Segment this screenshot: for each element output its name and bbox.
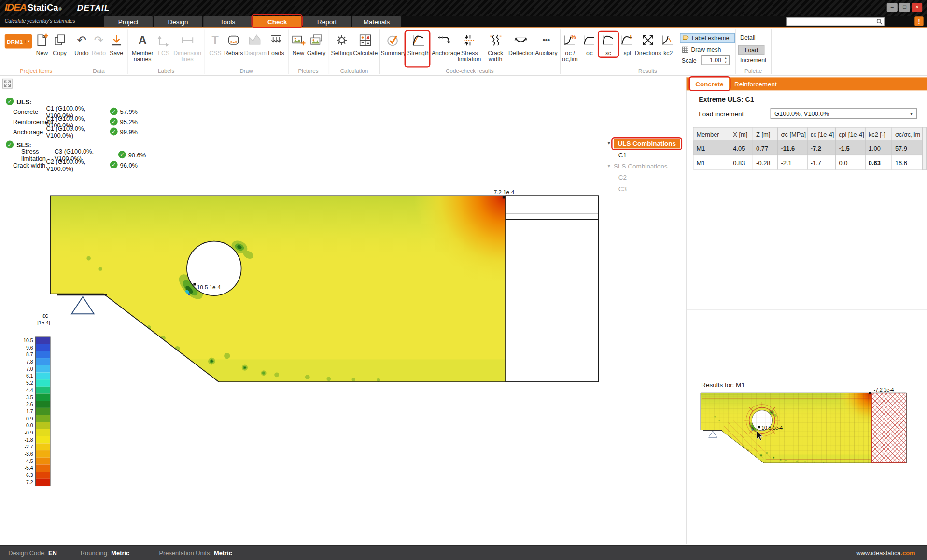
rebars-icon bbox=[223, 31, 244, 50]
svg-text:0.0: 0.0 bbox=[26, 423, 33, 428]
check-ok-icon: ✓ bbox=[110, 127, 118, 135]
ribbon-auxiliary-button[interactable]: ••• Auxiliary bbox=[534, 31, 559, 56]
window-controls: – □ × bbox=[887, 3, 922, 12]
minimize-button[interactable]: – bbox=[887, 3, 898, 12]
search-input[interactable] bbox=[787, 18, 876, 25]
tree-item-c1[interactable]: C1 bbox=[608, 149, 685, 160]
palette-increment-option[interactable]: Increment bbox=[740, 57, 766, 63]
tab-reinforcement[interactable]: Reinforcement bbox=[729, 81, 782, 88]
ribbon-strength-button[interactable]: Strength bbox=[406, 31, 431, 56]
group-label-pictures: Pictures bbox=[288, 68, 328, 75]
design-code-value: EN bbox=[48, 549, 57, 557]
stepper-up-icon[interactable]: ▲ bbox=[724, 56, 727, 60]
ribbon-calculate-button[interactable]: Calculate bbox=[353, 31, 378, 56]
check-ok-icon: ✓ bbox=[118, 151, 126, 158]
group-label-palette: Palette bbox=[735, 68, 771, 75]
app-logo: IDEA StatiCa ® DETAIL bbox=[5, 2, 110, 14]
titlebar: IDEA StatiCa ® DETAIL – □ × bbox=[0, 0, 927, 16]
website-link[interactable]: www.ideastatica.com bbox=[856, 549, 915, 557]
ribbon-deflection-button[interactable]: Deflection bbox=[508, 31, 533, 56]
stepper-down-icon[interactable]: ▼ bbox=[724, 60, 727, 64]
summary-row-crack-width: Crack widthC2 (G100.0%, V100.0%) ✓96.0% bbox=[5, 160, 150, 170]
scale-stepper[interactable]: ▲ ▼ bbox=[722, 56, 729, 64]
search-box[interactable] bbox=[787, 17, 885, 26]
table-header-row: MemberX [m]Z [m]σc [MPa]εc [1e-4]εpl [1e… bbox=[693, 127, 923, 141]
svg-text:3.5: 3.5 bbox=[26, 395, 33, 400]
tree-expand-icon[interactable]: ▾ bbox=[608, 140, 613, 146]
ribbon-summary-button[interactable]: Summary bbox=[381, 31, 406, 56]
contour-figure bbox=[50, 196, 598, 382]
check-ok-icon: ✓ bbox=[110, 118, 118, 126]
tab-check[interactable]: Check bbox=[253, 16, 301, 27]
ribbon-settings-button[interactable]: Settings bbox=[330, 31, 353, 56]
group-label-project-items: Project items bbox=[2, 68, 70, 75]
rounding-value: Metric bbox=[111, 549, 129, 557]
group-label-data: Data bbox=[70, 68, 127, 75]
ribbon-anchorage-button[interactable]: Anchorage bbox=[432, 31, 456, 56]
svg-text:9.6: 9.6 bbox=[26, 345, 33, 350]
check-ok-icon: ✓ bbox=[110, 108, 118, 115]
maximize-button[interactable]: □ bbox=[899, 3, 910, 12]
svg-text:8.7: 8.7 bbox=[26, 352, 33, 357]
group-label-code-check: Code-check results bbox=[379, 68, 560, 75]
strength-curve-icon bbox=[406, 31, 431, 50]
table-row[interactable]: M10.83-0.28-2.1-1.70.00.6316.6 bbox=[693, 155, 923, 169]
tab-design[interactable]: Design bbox=[154, 16, 202, 27]
svg-text:7.8: 7.8 bbox=[26, 359, 33, 364]
ribbon-rebars-toggle[interactable]: Rebars bbox=[223, 31, 244, 56]
group-label-labels: Labels bbox=[127, 68, 204, 75]
ribbon-copy-button[interactable]: Copy bbox=[50, 31, 70, 56]
ribbon-loads-toggle[interactable]: Loads bbox=[265, 31, 288, 56]
tab-tools[interactable]: Tools bbox=[203, 16, 252, 27]
tree-item-sls-combinations[interactable]: ▾ SLS Combinations bbox=[608, 160, 685, 171]
tree-expand-icon[interactable]: ▾ bbox=[608, 163, 613, 168]
statusbar: Design Code: EN Rounding: Metric Present… bbox=[0, 545, 927, 560]
crack-width-icon bbox=[483, 31, 507, 50]
ribbon-tabs: Project Design Tools Check Report Materi… bbox=[104, 16, 401, 27]
info-button[interactable]: ! bbox=[914, 16, 923, 26]
palette-detail-option[interactable]: Detail bbox=[740, 34, 755, 41]
ribbon: DRM1 ▼ New Copy ↶ Undo ↷ Redo Save A Mem… bbox=[0, 28, 927, 76]
close-button[interactable]: × bbox=[912, 3, 922, 12]
svg-text:-4.5: -4.5 bbox=[25, 459, 33, 464]
ribbon-crack-width-button[interactable]: Crack width bbox=[483, 31, 507, 63]
copy-icon bbox=[50, 31, 70, 50]
table-scrollbar[interactable] bbox=[922, 127, 927, 170]
calculator-icon bbox=[353, 31, 378, 50]
tree-item-c2[interactable]: C2 bbox=[608, 171, 685, 182]
rounding-label: Rounding: bbox=[81, 549, 109, 557]
palette-load-option[interactable]: Load bbox=[738, 45, 764, 55]
tab-report[interactable]: Report bbox=[303, 16, 351, 27]
chevron-down-icon: ▼ bbox=[909, 112, 913, 116]
registered-mark: ® bbox=[59, 7, 62, 12]
check-ok-icon: ✓ bbox=[110, 161, 118, 168]
ribbon-kc2-toggle[interactable]: kc2 bbox=[656, 31, 680, 56]
ribbon-save-button[interactable]: Save bbox=[106, 31, 127, 56]
max-extreme-label: 10.5 1e-4 bbox=[197, 284, 221, 290]
new-document-icon bbox=[32, 31, 52, 50]
label-extreme-toggle[interactable]: Label extreme bbox=[680, 33, 735, 43]
ribbon-new-item-button[interactable]: New bbox=[32, 31, 52, 56]
tab-concrete[interactable]: Concrete bbox=[690, 77, 729, 90]
ribbon-gallery-button[interactable]: Gallery bbox=[306, 31, 327, 56]
units-value: Metric bbox=[214, 549, 232, 557]
extreme-title: Extreme ULS: C1 bbox=[699, 96, 754, 103]
ribbon-stress-limitation-button[interactable]: Stress limitation bbox=[457, 31, 482, 63]
module-name: DETAIL bbox=[77, 3, 110, 13]
tree-item-uls-combinations[interactable]: ▾ ULS Combinations bbox=[608, 138, 685, 149]
tab-project[interactable]: Project bbox=[104, 16, 153, 27]
group-label-results: Results bbox=[560, 68, 736, 75]
draw-mesh-toggle[interactable]: Draw mesh bbox=[680, 44, 723, 55]
svg-text:%: % bbox=[571, 34, 576, 41]
panel-divider bbox=[686, 77, 686, 544]
expand-view-button[interactable] bbox=[2, 79, 13, 89]
tree-item-c3[interactable]: C3 bbox=[608, 182, 685, 194]
extremes-table: MemberX [m]Z [m]σc [MPa]εc [1e-4]εpl [1e… bbox=[693, 127, 923, 169]
tab-materials[interactable]: Materials bbox=[352, 16, 401, 27]
drm1-selector[interactable]: DRM1 ▼ bbox=[5, 34, 32, 48]
min-extreme-marker bbox=[503, 196, 505, 199]
chevron-down-icon[interactable]: ▼ bbox=[25, 40, 32, 43]
table-row[interactable]: M14.050.77-11.6-7.2-1.51.0057.9 bbox=[693, 141, 923, 155]
load-increment-dropdown[interactable]: G100.0%, V100.0% ▼ bbox=[771, 108, 917, 119]
svg-text:0.9: 0.9 bbox=[26, 416, 33, 421]
